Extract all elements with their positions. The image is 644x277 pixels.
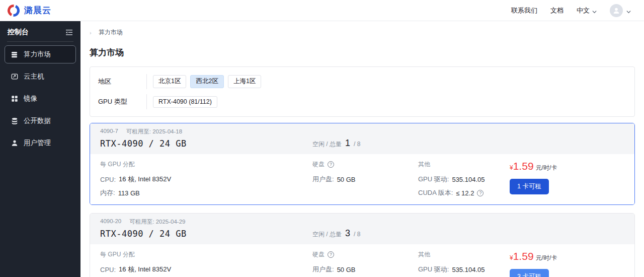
server-stack-icon <box>11 51 18 58</box>
rent-until: 可租用至: 2025-04-18 <box>126 128 182 135</box>
availability: 空闲 / 总量 3 / 8 <box>312 228 360 239</box>
sidebar-item-compute-market[interactable]: 算力市场 <box>5 45 76 63</box>
gpu-driver-key: GPU 驱动: <box>418 265 449 274</box>
sidebar-item-user-management[interactable]: 用户管理 <box>5 134 76 152</box>
rent-until-key: 可租用至: <box>129 219 154 225</box>
other-header: 其他 <box>418 250 510 259</box>
gpu-title: RTX-4090 / 24 GB <box>100 229 312 239</box>
per-gpu-header: 每 GPU 分配 <box>100 250 312 259</box>
logo-text: 潞晨云 <box>24 5 51 16</box>
rent-button[interactable]: 1 卡可租 <box>510 179 549 194</box>
sidebar-item-label: 镜像 <box>24 94 37 103</box>
sidebar-item-label: 用户管理 <box>24 138 51 148</box>
filter-divider <box>146 74 147 89</box>
gpu-card-4090-7[interactable]: 4090-7 可租用至: 2025-04-18 RTX-4090 / 24 GB… <box>90 123 635 205</box>
breadcrumb: › 算力市场 <box>90 28 635 37</box>
availability-label: 空闲 / 总量 <box>312 140 342 149</box>
help-circle-icon[interactable]: ? <box>328 251 334 258</box>
machine-id: 4090-20 <box>100 218 121 226</box>
region-chip-xibei2[interactable]: 西北2区 <box>190 75 223 88</box>
filter-divider <box>146 94 147 109</box>
cpu-value: 16 核, Intel 8352V <box>119 265 171 274</box>
disk-header: 硬盘 <box>312 250 325 259</box>
price-unit: 元/时/卡 <box>536 164 557 172</box>
user-disk-key: 用户盘: <box>312 265 334 274</box>
gpu-card-4090-20[interactable]: 4090-20 可租用至: 2025-04-29 RTX-4090 / 24 G… <box>90 213 635 277</box>
sidebar-item-label: 公开数据 <box>24 116 51 125</box>
gpu-type-filter-row: GPU 类型 RTX-4090 (81/112) <box>98 93 626 110</box>
gpu-title: RTX-4090 / 24 GB <box>100 138 312 149</box>
gpu-driver-key: GPU 驱动: <box>418 175 449 184</box>
language-selector[interactable]: 中文 <box>577 6 597 15</box>
region-chip-shanghai1[interactable]: 上海1区 <box>228 75 261 88</box>
logo[interactable]: 潞晨云 <box>7 4 51 17</box>
sidebar-item-public-data[interactable]: 公开数据 <box>5 112 76 130</box>
other-header: 其他 <box>418 160 510 169</box>
rent-button[interactable]: 3 卡可租 <box>510 269 549 277</box>
top-nav: 联系我们 文档 中文 <box>511 4 631 17</box>
page-title: 算力市场 <box>90 47 635 58</box>
price-unit: 元/时/卡 <box>536 254 557 262</box>
total-count: / 8 <box>354 231 360 238</box>
console-title: 控制台 <box>8 28 29 37</box>
price-amount: 1.59 <box>513 160 534 172</box>
total-count: / 8 <box>354 141 360 148</box>
main-content: › 算力市场 算力市场 地区 北京1区 西北2区 上海1区 GPU 类型 RTX… <box>80 21 644 277</box>
gpu-driver-value: 535.104.05 <box>452 176 485 183</box>
sidebar-item-images[interactable]: 镜像 <box>5 90 76 108</box>
gpu-driver-value: 535.104.05 <box>452 266 485 273</box>
price: ¥ 1.59 元/时/卡 <box>510 160 624 172</box>
user-menu[interactable] <box>610 4 631 17</box>
cloud-host-icon <box>11 73 18 81</box>
sidebar-item-cloud-host[interactable]: 云主机 <box>5 67 76 86</box>
gpu-card-header: 4090-7 可租用至: 2025-04-18 RTX-4090 / 24 GB… <box>90 123 634 154</box>
avatar <box>610 4 623 17</box>
region-label: 地区 <box>98 77 146 86</box>
price: ¥ 1.59 元/时/卡 <box>510 250 624 262</box>
database-icon <box>11 117 18 125</box>
breadcrumb-item[interactable]: 算力市场 <box>99 28 123 37</box>
region-filter-row: 地区 北京1区 西北2区 上海1区 <box>98 73 626 90</box>
availability: 空闲 / 总量 1 / 8 <box>312 138 360 149</box>
cuda-version-value: ≤ 12.2 <box>456 189 474 197</box>
cpu-key: CPU: <box>100 176 116 183</box>
gpu-card-body: 每 GPU 分配 CPU:16 核, Intel 8352V 内存:113 GB… <box>90 244 634 277</box>
top-bar: 潞晨云 联系我们 文档 中文 <box>0 0 644 21</box>
disk-header: 硬盘 <box>312 160 325 169</box>
free-count: 1 <box>345 138 350 149</box>
user-icon <box>11 140 18 147</box>
user-disk-value: 50 GB <box>337 266 356 273</box>
docs-link[interactable]: 文档 <box>550 6 564 15</box>
sidebar-item-label: 算力市场 <box>24 50 51 59</box>
image-grid-icon <box>11 95 18 103</box>
rent-until: 可租用至: 2025-04-29 <box>129 218 185 226</box>
chevron-down-icon <box>592 8 597 13</box>
gpu-type-chip-rtx4090[interactable]: RTX-4090 (81/112) <box>153 96 217 108</box>
cpu-key: CPU: <box>100 266 116 273</box>
contact-link[interactable]: 联系我们 <box>511 6 537 15</box>
per-gpu-header: 每 GPU 分配 <box>100 160 312 169</box>
user-disk-key: 用户盘: <box>312 175 334 184</box>
sidebar: 控制台 算力市场 <box>0 21 80 277</box>
language-label: 中文 <box>577 6 590 15</box>
sidebar-item-label: 云主机 <box>24 72 44 81</box>
machine-id: 4090-7 <box>100 128 118 135</box>
rent-until-date: 2025-04-18 <box>152 128 182 134</box>
free-count: 3 <box>345 228 350 239</box>
gpu-type-label: GPU 类型 <box>98 97 146 106</box>
help-circle-icon[interactable]: ? <box>477 190 484 196</box>
memory-key: 内存: <box>100 188 115 197</box>
gpu-card-header: 4090-20 可租用至: 2025-04-29 RTX-4090 / 24 G… <box>90 214 634 244</box>
currency-symbol: ¥ <box>510 164 513 171</box>
logo-icon <box>7 4 20 17</box>
menu-fold-icon[interactable] <box>65 29 73 36</box>
price-amount: 1.59 <box>513 250 534 262</box>
cuda-version-key: CUDA 版本: <box>418 188 453 197</box>
user-disk-value: 50 GB <box>337 176 356 183</box>
region-chip-beijing1[interactable]: 北京1区 <box>153 75 186 88</box>
sidebar-divider <box>7 41 73 42</box>
rent-until-date: 2025-04-29 <box>156 219 186 225</box>
chevron-right-icon: › <box>90 30 92 36</box>
help-circle-icon[interactable]: ? <box>328 161 334 168</box>
filter-card: 地区 北京1区 西北2区 上海1区 GPU 类型 RTX-4090 (81/11… <box>90 66 635 117</box>
